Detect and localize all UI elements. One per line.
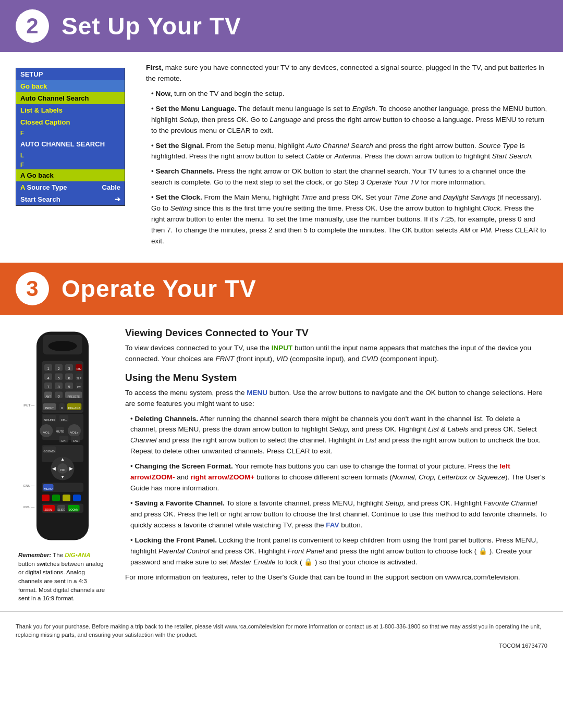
viewing-para: To view devices connected to your TV, us… [125,343,547,365]
dig-ana-label: DIG•ANA [65,552,90,558]
svg-text:▲: ▲ [60,456,65,462]
menu-row-l: L [16,151,125,160]
svg-text:PRESETS: PRESETS [68,395,80,398]
svg-text:ANT: ANT [46,395,51,398]
svg-text:4: 4 [47,376,49,380]
section3-number-circle: 3 [16,272,49,305]
menu-system-heading: Using the Menu System [125,372,547,384]
menu-source-type: A Source Type Cable [16,181,125,193]
menu-row-f2: F [16,160,125,169]
remote-note: Remember: The DIG•ANA button switches be… [18,551,107,603]
svg-text:9: 9 [68,385,70,389]
input-highlight: INPUT [272,344,293,352]
right-zoom-highlight: right arrow/ZOOM+ [191,473,255,481]
closed-caption-label: Closed Caption [20,118,70,126]
go-back-label-1: Go back [20,82,47,90]
section2-para1: First, make sure you have connected your… [146,63,547,84]
svg-text:MENU: MENU [44,487,53,490]
svg-text:FAV: FAV [73,439,78,442]
viewing-body: To view devices connected to your TV, us… [125,343,547,365]
svg-text:INPUT: INPUT [45,406,54,410]
menu-system-body: To access the menu system, press the MEN… [125,388,547,583]
svg-text:SOUND: SOUND [44,418,55,422]
svg-text:ZOOM- —: ZOOM- — [23,505,35,509]
section3-header: 3 Operate Your TV [0,263,563,315]
remote-container: 1 2 3 ON 4 5 6 SLP 7 8 [16,325,109,603]
svg-text:2: 2 [57,366,59,371]
bullet-clock: Set the Clock. From the Main Menu, highl… [146,192,547,247]
remote-svg: 1 2 3 ON 4 5 6 SLP 7 8 [23,325,102,547]
auto-channel-label: Auto Channel Search [20,94,89,102]
section3-right-content: Viewing Devices Connected to Your TV To … [125,325,547,603]
svg-text:3: 3 [68,366,70,371]
list-labels-label: List & Labels [20,106,63,114]
svg-text:VOL: VOL [43,430,50,434]
menu-setup-header: SETUP [16,68,125,80]
svg-text:7: 7 [47,385,49,389]
svg-text:DIG•ANA: DIG•ANA [68,406,81,410]
bullet-deleting: Deleting Channels. After running the cha… [125,414,547,458]
section3-title: Operate Your TV [62,275,256,303]
menu-highlight: MENU [247,389,267,397]
svg-text:1: 1 [47,366,49,371]
svg-text:◀: ◀ [52,465,56,471]
footer-text: Thank you for your purchase. Before maki… [0,611,563,643]
setup-menu: SETUP Go back Auto Channel Search List &… [16,68,125,206]
svg-text:CH+: CH+ [61,418,67,422]
section2-number-circle: 2 [16,9,49,43]
bullet-favorite: Saving a Favorite Channel. To store a fa… [125,498,547,531]
start-search-label: Start Search [20,195,60,203]
section2-left-panel: SETUP Go back Auto Channel Search List &… [16,63,130,252]
svg-text:OK: OK [60,468,65,472]
footer-main-text: Thank you for your purchase. Before maki… [16,623,541,638]
section2-content-area: SETUP Go back Auto Channel Search List &… [0,52,563,252]
svg-rect-69 [42,495,50,501]
bullet-locking: Locking the Front Panel. Locking the fro… [125,535,547,568]
footer-bottom: TOCOM 16734770 [0,643,563,654]
bullet-signal: Set the Signal. From the Setup menu, hig… [146,141,547,163]
svg-text:▼: ▼ [60,474,65,479]
svg-text:MENU —: MENU — [23,484,35,487]
menu-intro-para: To access the menu system, press the MEN… [125,388,547,410]
menu-closed-caption: Closed Caption [16,116,125,128]
section2-header: 2 Set Up Your TV [0,0,563,52]
bullet-screen-format: Changing the Screen Format. Your remote … [125,461,547,494]
section3-content-area: 1 2 3 ON 4 5 6 SLP 7 8 [0,315,563,603]
menu-start-search: Start Search ➔ [16,193,125,205]
remote-panel: 1 2 3 ON 4 5 6 SLP 7 8 [16,325,109,603]
menu-row-f: F [16,128,125,138]
svg-rect-72 [73,495,81,501]
closing-para: For more information on features, refer … [125,572,547,583]
menu-go-back-1: Go back [16,80,125,92]
section2-intro-text: First, make sure you have connected your… [146,63,547,247]
svg-text:INPUT —: INPUT — [23,403,35,407]
svg-text:ZOOM+: ZOOM+ [69,508,78,511]
svg-text:8: 8 [57,385,59,389]
section3-number: 3 [26,276,38,301]
tocom-label: TOCOM 16734770 [499,643,547,649]
go-back-label-2: Go back [27,171,54,179]
bullet-now: Now, turn on the TV and begin the setup. [146,89,547,100]
section2-right-panel: First, make sure you have connected your… [146,63,547,252]
source-type-label: A Source Type [20,183,67,191]
menu-auto-channel: Auto Channel Search [16,92,125,104]
svg-text:CH-: CH- [62,439,67,442]
section2-number: 2 [26,14,38,39]
svg-text:▶: ▶ [69,465,73,471]
start-search-arrow: ➔ [115,195,120,203]
bullet-search-channels: Search Channels. Press the right arrow o… [146,166,547,188]
menu-go-back-highlight: A Go back [16,169,125,181]
cable-label: Cable [102,183,120,191]
svg-text:SLP: SLP [77,377,82,380]
setup-label: SETUP [20,70,43,78]
svg-text:GO BACK: GO BACK [44,450,56,453]
section2-title: Set Up Your TV [62,12,241,40]
bullet-menu-language: Set the Menu Language. The default menu … [146,104,547,137]
auto-channel-highlight-label: AUTO CHANNEL SEARCH [20,140,105,148]
menu-list-labels: List & Labels [16,104,125,116]
svg-text:6: 6 [68,376,70,380]
viewing-heading: Viewing Devices Connected to Your TV [125,327,547,339]
svg-point-2 [48,341,77,351]
svg-rect-71 [63,495,70,501]
fav-highlight: FAV [326,521,339,529]
